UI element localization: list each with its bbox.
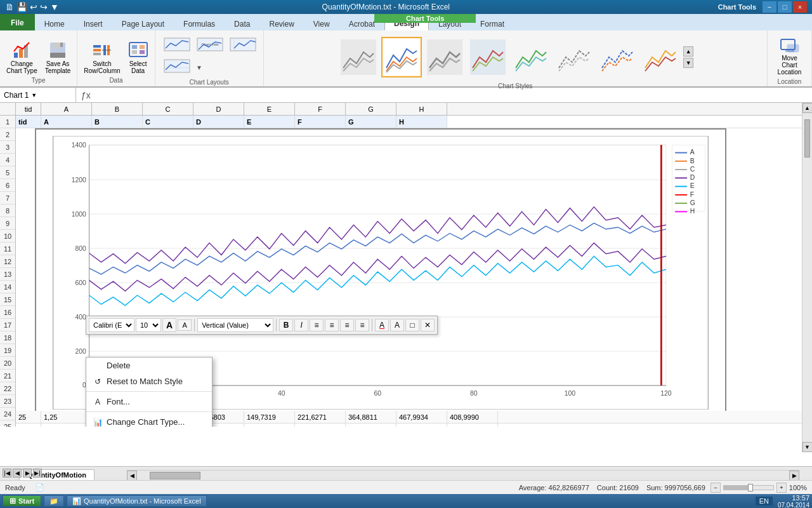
taskbar-folder-button[interactable]: 📁 <box>44 495 64 507</box>
chart-style-6[interactable] <box>554 37 594 77</box>
col-header-a[interactable]: A <box>41 103 92 115</box>
formula-input[interactable] <box>96 90 812 101</box>
justify-button[interactable]: ≡ <box>355 319 369 331</box>
ctx-delete[interactable]: Delete <box>86 358 212 373</box>
app-minimize-button[interactable]: − <box>763 1 776 13</box>
row-hdr-5[interactable]: 5 <box>0 166 15 179</box>
row-hdr-11[interactable]: 11 <box>0 243 15 255</box>
vscroll-up-button[interactable]: ▲ <box>802 103 813 113</box>
cell-1-c[interactable]: C <box>143 116 193 128</box>
align-right-button[interactable]: ≡ <box>340 319 354 331</box>
chart-layout-3[interactable] <box>228 36 258 53</box>
row-hdr-25[interactable]: 25 <box>0 420 15 427</box>
cell-26-9[interactable]: 404,4394 <box>447 424 498 427</box>
chart-style-1[interactable] <box>338 37 379 77</box>
row-hdr-19[interactable]: 19 <box>0 344 15 357</box>
row-hdr-8[interactable]: 8 <box>0 204 15 217</box>
ctx-change-chart-type[interactable]: 📊 Change Chart Type... <box>86 414 212 427</box>
bold-button[interactable]: B <box>279 319 293 331</box>
col-header-g[interactable]: G <box>346 103 396 115</box>
row-hdr-14[interactable]: 14 <box>0 281 15 293</box>
row-hdr-10[interactable]: 10 <box>0 230 15 243</box>
row-hdr-7[interactable]: 7 <box>0 192 15 204</box>
cell-25-6[interactable]: 221,6271 <box>295 411 346 424</box>
row-hdr-21[interactable]: 21 <box>0 370 15 382</box>
cell-26-1[interactable]: 1,25 <box>41 424 92 427</box>
cell-1-tid[interactable]: tid <box>16 116 41 128</box>
axis-type-select[interactable]: Vertical (Value) <box>197 318 273 332</box>
chart-layout-1[interactable] <box>162 36 192 53</box>
hscroll-right-button[interactable]: ▶ <box>789 471 799 481</box>
row-hdr-9[interactable]: 9 <box>0 217 15 230</box>
chart-styles-scroll-up[interactable]: ▲ <box>683 46 693 57</box>
ctx-reset-match[interactable]: ↺ Reset to Match Style <box>86 373 212 389</box>
cell-25-1[interactable]: 1,25 <box>41 411 92 424</box>
change-chart-type-button[interactable]: ChangeChart Type <box>4 39 40 76</box>
cell-1-a[interactable]: A <box>41 116 92 128</box>
horizontal-scrollbar[interactable]: ◀ ▶ <box>127 470 799 480</box>
col-header-d[interactable]: D <box>193 103 244 115</box>
hscroll-thumb[interactable] <box>150 472 200 479</box>
chart-layout-4[interactable] <box>162 57 192 75</box>
vscroll-thumb[interactable] <box>804 119 810 157</box>
zoom-out-button[interactable]: − <box>710 483 721 493</box>
cell-26-8[interactable]: 468,5909 <box>396 424 447 427</box>
row-hdr-17[interactable]: 17 <box>0 319 15 331</box>
start-button[interactable]: ⊞ Start <box>3 495 41 507</box>
tab-data[interactable]: Data <box>225 17 259 30</box>
save-as-template-button[interactable]: Save AsTemplate <box>43 39 74 76</box>
row-hdr-3[interactable]: 3 <box>0 141 15 154</box>
chart-layout-dropdown[interactable]: ▼ <box>195 57 202 75</box>
align-center-button[interactable]: ≡ <box>325 319 339 331</box>
zoom-slider-track[interactable] <box>723 485 774 490</box>
cell-25-8[interactable]: 467,9934 <box>396 411 447 424</box>
tab-insert[interactable]: Insert <box>74 17 112 30</box>
cell-26-6[interactable]: 244,3565 <box>295 424 346 427</box>
col-header-b[interactable]: B <box>92 103 143 115</box>
cell-1-e[interactable]: E <box>244 116 295 128</box>
cell-25-7[interactable]: 364,8811 <box>346 411 396 424</box>
cell-1-h[interactable]: H <box>396 116 447 128</box>
row-hdr-2[interactable]: 2 <box>0 128 15 141</box>
row-hdr-23[interactable]: 23 <box>0 395 15 408</box>
app-restore-button[interactable]: □ <box>778 1 792 13</box>
font-shrink-button[interactable]: A <box>178 319 192 331</box>
tab-page-layout[interactable]: Page Layout <box>112 17 174 30</box>
row-hdr-18[interactable]: 18 <box>0 331 15 344</box>
chart-style-2[interactable] <box>381 37 422 77</box>
col-header-e[interactable]: E <box>244 103 295 115</box>
cell-1-d[interactable]: D <box>193 116 244 128</box>
col-header-tid[interactable]: tid <box>16 103 41 115</box>
row-hdr-12[interactable]: 12 <box>0 255 15 268</box>
sheet-nav-prev[interactable]: ◀ <box>13 469 22 478</box>
col-header-f[interactable]: F <box>295 103 346 115</box>
row-hdr-20[interactable]: 20 <box>0 357 15 370</box>
move-chart-button[interactable]: Move MoveChartLocation <box>775 33 804 77</box>
col-header-h[interactable]: H <box>396 103 447 115</box>
row-hdr-22[interactable]: 22 <box>0 382 15 395</box>
cell-1-b[interactable]: B <box>92 116 143 128</box>
chart-styles-scroll-down[interactable]: ▼ <box>683 58 693 68</box>
fill-color-button[interactable]: A <box>390 319 404 331</box>
chart-style-5[interactable] <box>511 37 551 77</box>
chart-style-4[interactable] <box>468 37 508 77</box>
hscroll-track[interactable] <box>137 471 789 480</box>
ctx-font[interactable]: A Font... <box>86 394 212 410</box>
vertical-scrollbar[interactable]: ▲ ▼ <box>802 103 812 452</box>
cell-25-0[interactable]: 25 <box>16 411 41 424</box>
font-family-select[interactable]: Calibri (E <box>89 318 134 332</box>
font-size-select[interactable]: 10 <box>136 318 161 332</box>
vscroll-track[interactable] <box>802 113 812 442</box>
align-left-button[interactable]: ≡ <box>310 319 324 331</box>
chart-style-7[interactable] <box>597 37 638 77</box>
tab-view[interactable]: View <box>304 17 339 30</box>
name-box[interactable]: Chart 1 ▼ <box>0 88 76 102</box>
tab-formulas[interactable]: Formulas <box>174 17 225 30</box>
row-hdr-13[interactable]: 13 <box>0 268 15 281</box>
cell-1-f[interactable]: F <box>295 116 346 128</box>
col-header-c[interactable]: C <box>143 103 193 115</box>
font-color-button[interactable]: A <box>375 319 389 331</box>
vscroll-down-button[interactable]: ▼ <box>802 442 813 452</box>
row-hdr-16[interactable]: 16 <box>0 306 15 319</box>
italic-button[interactable]: I <box>294 319 308 331</box>
